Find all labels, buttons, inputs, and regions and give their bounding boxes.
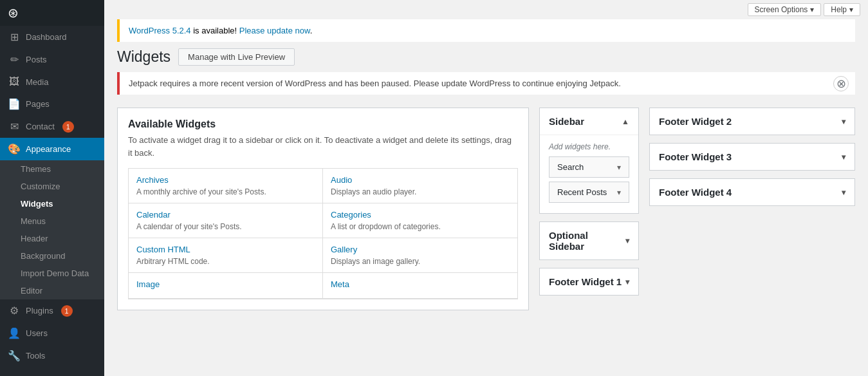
optional-sidebar-title: Optional Sidebar bbox=[549, 230, 625, 252]
sidebar-label-appearance: Appearance bbox=[26, 144, 71, 154]
sidebar-item-posts[interactable]: ✏ Posts bbox=[0, 48, 104, 71]
sidebar-widget-search-chevron: ▾ bbox=[617, 163, 621, 172]
sidebar-label-media: Media bbox=[26, 77, 48, 87]
sidebar-item-dashboard[interactable]: ⊞ Dashboard bbox=[0, 26, 104, 48]
topbar: Screen Options ▾ Help ▾ bbox=[740, 0, 868, 19]
sidebar-widget-search[interactable]: Search ▾ bbox=[549, 156, 629, 178]
available-widgets-instructions: To activate a widget drag it to a sideba… bbox=[128, 134, 518, 159]
widget-cell-meta[interactable]: Meta bbox=[323, 273, 517, 299]
contact-icon: ✉ bbox=[8, 120, 21, 133]
sidebar-sub-item-menus[interactable]: Menus bbox=[0, 212, 104, 230]
widget-cell-image[interactable]: Image bbox=[129, 273, 323, 299]
footer-widget3-header[interactable]: Footer Widget 3 ▾ bbox=[650, 144, 854, 170]
sidebar-widget-recent-posts-chevron: ▾ bbox=[617, 188, 621, 197]
sidebar-item-contact[interactable]: ✉ Contact 1 bbox=[0, 115, 104, 138]
widget-name-audio: Audio bbox=[331, 175, 510, 185]
add-widgets-here-text: Add widgets here. bbox=[549, 142, 611, 151]
jetpack-notice: Jetpack requires a more recent version o… bbox=[117, 72, 855, 95]
sidebar-sub-item-editor[interactable]: Editor bbox=[0, 282, 104, 299]
sidebar-item-tools[interactable]: 🔧 Tools bbox=[0, 344, 104, 367]
footer-widget4-title: Footer Widget 4 bbox=[659, 187, 732, 198]
footer-widget1-header[interactable]: Footer Widget 1 ▾ bbox=[540, 268, 638, 295]
footer-widget4-panel: Footer Widget 4 ▾ bbox=[649, 178, 855, 206]
sidebar-item-appearance[interactable]: 🎨 Appearance bbox=[0, 138, 104, 160]
update-wp-link[interactable]: WordPress 5.2.4 bbox=[129, 26, 191, 35]
tools-icon: 🔧 bbox=[8, 350, 21, 362]
sidebar-panel-header[interactable]: Sidebar ▲ bbox=[540, 108, 638, 135]
sidebar-widget-panel: Sidebar ▲ Add widgets here. Search ▾ Rec… bbox=[539, 108, 639, 214]
footer-widget3-chevron: ▾ bbox=[842, 153, 845, 162]
widget-desc-categories: A list or dropdown of categories. bbox=[331, 222, 510, 231]
media-icon: 🖼 bbox=[8, 76, 21, 88]
contact-badge: 1 bbox=[62, 121, 74, 133]
available-widgets-title: Available Widgets bbox=[128, 118, 518, 130]
pages-icon: 📄 bbox=[8, 98, 21, 110]
widget-desc-archives: A monthly archive of your site's Posts. bbox=[136, 187, 315, 196]
sidebar-sub-item-customize[interactable]: Customize bbox=[0, 178, 104, 195]
widget-cell-gallery[interactable]: Gallery Displays an image gallery. bbox=[323, 238, 517, 273]
footer-widget2-panel: Footer Widget 2 ▾ bbox=[649, 108, 855, 135]
sidebar-widget-recent-posts-label: Recent Posts bbox=[557, 187, 607, 197]
footer-widgets-area: Footer Widget 2 ▾ Footer Widget 3 ▾ Foot… bbox=[649, 108, 855, 310]
jetpack-notice-close[interactable]: ⊗ bbox=[833, 76, 849, 91]
sidebar-panel-content: Add widgets here. Search ▾ Recent Posts … bbox=[540, 135, 638, 213]
sidebar-sub-item-header[interactable]: Header bbox=[0, 230, 104, 247]
plugins-badge: 1 bbox=[61, 305, 73, 317]
optional-sidebar-chevron: ▾ bbox=[625, 236, 629, 245]
footer-widget4-header[interactable]: Footer Widget 4 ▾ bbox=[650, 179, 854, 205]
help-label: Help bbox=[831, 5, 847, 14]
sidebar-label-pages: Pages bbox=[26, 99, 50, 109]
screen-options-chevron: ▾ bbox=[810, 5, 814, 14]
sidebar-label-dashboard: Dashboard bbox=[26, 32, 67, 42]
sidebar-logo[interactable]: ⊛ bbox=[0, 0, 104, 26]
optional-sidebar-header[interactable]: Optional Sidebar ▾ bbox=[540, 222, 638, 259]
sidebar-item-media[interactable]: 🖼 Media bbox=[0, 71, 104, 93]
help-button[interactable]: Help ▾ bbox=[824, 3, 860, 16]
sidebar-widget-recent-posts[interactable]: Recent Posts ▾ bbox=[549, 182, 629, 203]
sidebar-item-pages[interactable]: 📄 Pages bbox=[0, 93, 104, 115]
widget-cell-categories[interactable]: Categories A list or dropdown of categor… bbox=[323, 203, 517, 238]
please-update-link[interactable]: Please update now bbox=[239, 26, 310, 35]
users-icon: 👤 bbox=[8, 327, 21, 339]
footer-widget1-chevron: ▾ bbox=[625, 277, 629, 287]
widget-name-categories: Categories bbox=[331, 210, 510, 220]
screen-options-label: Screen Options bbox=[755, 5, 808, 14]
optional-sidebar-panel: Optional Sidebar ▾ bbox=[539, 221, 639, 260]
sidebar-sub-item-widgets[interactable]: Widgets bbox=[0, 195, 104, 212]
sidebar-appearance-submenu: Themes Customize Widgets Menus Header Ba… bbox=[0, 160, 104, 299]
live-preview-button[interactable]: Manage with Live Preview bbox=[178, 48, 295, 66]
sidebar-item-users[interactable]: 👤 Users bbox=[0, 322, 104, 344]
widget-name-custom-html: Custom HTML bbox=[136, 245, 315, 254]
widget-cell-custom-html[interactable]: Custom HTML Arbitrary HTML code. bbox=[129, 238, 323, 273]
sidebars-area: Sidebar ▲ Add widgets here. Search ▾ Rec… bbox=[539, 108, 639, 310]
widget-desc-audio: Displays an audio player. bbox=[331, 187, 510, 196]
footer-widget2-title: Footer Widget 2 bbox=[659, 116, 732, 127]
appearance-icon: 🎨 bbox=[8, 143, 21, 155]
widget-name-image: Image bbox=[136, 279, 315, 289]
sidebar-panel-chevron: ▲ bbox=[622, 117, 629, 126]
sidebar-panel-title: Sidebar bbox=[549, 116, 584, 127]
available-widgets-panel: Available Widgets To activate a widget d… bbox=[117, 108, 529, 310]
update-notice: WordPress 5.2.4 is available! Please upd… bbox=[117, 19, 855, 42]
widget-desc-calendar: A calendar of your site's Posts. bbox=[136, 222, 315, 231]
widget-cell-archives[interactable]: Archives A monthly archive of your site'… bbox=[129, 169, 323, 203]
sidebar-item-plugins[interactable]: ⚙ Plugins 1 bbox=[0, 299, 104, 322]
footer-widget1-title: Footer Widget 1 bbox=[549, 276, 622, 287]
footer-widget3-panel: Footer Widget 3 ▾ bbox=[649, 143, 855, 171]
jetpack-notice-text: Jetpack requires a more recent version o… bbox=[129, 79, 621, 88]
page-title: Widgets bbox=[117, 48, 171, 66]
screen-options-button[interactable]: Screen Options ▾ bbox=[748, 3, 822, 16]
main-content: WordPress 5.2.4 is available! Please upd… bbox=[104, 0, 868, 376]
sidebar-sub-item-background[interactable]: Background bbox=[0, 247, 104, 265]
footer-widget2-chevron: ▾ bbox=[842, 117, 845, 126]
sidebar-label-contact: Contact bbox=[26, 122, 55, 131]
sidebar-widget-search-label: Search bbox=[557, 162, 584, 172]
widgets-area: Available Widgets To activate a widget d… bbox=[104, 101, 868, 317]
widget-cell-calendar[interactable]: Calendar A calendar of your site's Posts… bbox=[129, 203, 323, 238]
posts-icon: ✏ bbox=[8, 53, 21, 66]
widget-cell-audio[interactable]: Audio Displays an audio player. bbox=[323, 169, 517, 203]
widget-grid: Archives A monthly archive of your site'… bbox=[128, 168, 518, 299]
sidebar-sub-item-import-demo[interactable]: Import Demo Data bbox=[0, 265, 104, 282]
sidebar-sub-item-themes[interactable]: Themes bbox=[0, 160, 104, 178]
footer-widget2-header[interactable]: Footer Widget 2 ▾ bbox=[650, 108, 854, 135]
